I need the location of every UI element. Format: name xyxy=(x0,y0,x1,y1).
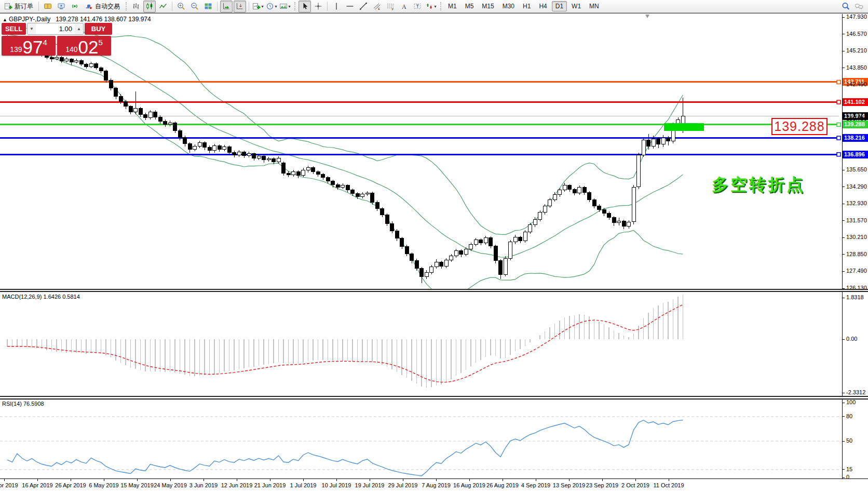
accounts-button[interactable] xyxy=(55,1,67,12)
cursor-icon xyxy=(301,2,309,10)
sell-price-pips: 97 xyxy=(23,38,43,56)
pane-separator-macd[interactable] xyxy=(0,289,868,292)
timeframe-group: M1M5M15M30H1H4D1W1MN xyxy=(444,1,603,11)
toolbar: 新订单 自动交易 ▾ ▾ ▾ E F A T ▾ xyxy=(0,0,868,13)
template-icon xyxy=(279,2,288,10)
group-handle xyxy=(126,2,127,10)
timeframe-h1[interactable]: H1 xyxy=(519,1,534,11)
new-order-button[interactable]: 新订单 xyxy=(2,1,36,12)
chart-shift-button[interactable] xyxy=(234,1,246,12)
trendline-tool-button[interactable] xyxy=(357,1,370,12)
divider xyxy=(249,2,249,11)
candlestick-mode-button[interactable] xyxy=(143,1,156,12)
timeframe-m30[interactable]: M30 xyxy=(499,1,518,11)
cursor-tool-button[interactable] xyxy=(299,1,311,12)
equidistant-channel-icon: E xyxy=(373,2,381,10)
divider xyxy=(217,2,218,11)
turning-point-annotation[interactable]: 多空转折点 xyxy=(712,174,805,196)
timeframe-m15[interactable]: M15 xyxy=(478,1,497,11)
toolbar-right xyxy=(839,0,866,13)
fibonacci-tool-button[interactable]: F xyxy=(384,1,397,12)
zoom-in-icon xyxy=(177,2,185,10)
sell-button[interactable]: SELL xyxy=(2,23,26,35)
timeframe-m1[interactable]: M1 xyxy=(444,1,460,11)
auto-scroll-icon xyxy=(222,2,230,10)
vertical-line-icon xyxy=(332,2,341,10)
sell-price-base: 139 xyxy=(10,45,22,54)
chevron-down-icon: ▾ xyxy=(261,4,263,9)
group-handle xyxy=(440,2,441,10)
zoom-in-button[interactable] xyxy=(175,1,187,12)
volume-input[interactable]: 1.00 xyxy=(36,23,75,34)
label-tool-button[interactable]: T xyxy=(411,1,424,12)
chart-canvas[interactable] xyxy=(0,0,868,492)
chat-button[interactable] xyxy=(853,1,865,12)
sell-price-point: 4 xyxy=(43,38,47,47)
rsi-indicator-label: RSI(14) 76.5908 xyxy=(2,401,44,407)
signal-button[interactable] xyxy=(69,1,81,12)
chart-shift-icon xyxy=(236,2,244,10)
buy-price-pips: 02 xyxy=(78,38,99,56)
bar-chart-icon xyxy=(132,2,140,10)
journal-icon xyxy=(44,2,52,10)
svg-text:A: A xyxy=(402,3,406,10)
volume-increase-button[interactable]: ▲ xyxy=(75,23,83,34)
templates-button[interactable]: ▾ xyxy=(279,1,291,12)
indicators-icon xyxy=(252,2,261,10)
sell-price-box[interactable]: 139974 xyxy=(2,36,56,56)
price-callout-box[interactable]: 139.288 xyxy=(771,118,828,135)
buy-price-point: 5 xyxy=(98,38,102,47)
channel-tool-button[interactable]: E xyxy=(371,1,383,12)
shapes-tool-button[interactable]: ▾ xyxy=(425,1,437,12)
svg-text:E: E xyxy=(378,7,380,10)
timeframe-h4[interactable]: H4 xyxy=(535,1,550,11)
one-click-trading-panel: SELL ▼ 1.00 ▲ BUY 139974 140025 xyxy=(2,23,112,56)
periods-button[interactable]: ▾ xyxy=(265,1,278,12)
chevron-down-icon: ▾ xyxy=(434,4,436,9)
timeframe-m5[interactable]: M5 xyxy=(462,1,478,11)
tile-windows-button[interactable] xyxy=(202,1,214,12)
crosshair-tool-button[interactable] xyxy=(312,1,324,12)
candlestick-icon xyxy=(145,2,154,10)
chat-bubbles-icon xyxy=(855,3,864,11)
autotrade-button[interactable]: 自动交易 xyxy=(82,1,123,12)
bar-chart-mode-button[interactable] xyxy=(130,1,142,12)
zoom-out-button[interactable] xyxy=(188,1,201,12)
timeframe-w1[interactable]: W1 xyxy=(568,1,585,11)
chevron-down-icon: ▾ xyxy=(288,4,290,9)
volume-decrease-button[interactable]: ▼ xyxy=(28,23,36,34)
chart-title: ▲GBPJPY-,Daily139.278 141.476 138.607 13… xyxy=(3,16,151,23)
fibonacci-icon: F xyxy=(386,2,395,10)
macd-indicator-label: MACD(12,26,9) 1.6426 0.5814 xyxy=(2,294,80,300)
divider xyxy=(38,2,39,11)
pane-separator-rsi[interactable] xyxy=(0,396,868,400)
timeframe-d1[interactable]: D1 xyxy=(552,1,567,11)
text-tool-button[interactable]: A xyxy=(398,1,410,12)
line-chart-icon xyxy=(159,2,167,10)
arrows-icon xyxy=(425,2,433,10)
zoom-out-icon xyxy=(191,2,199,10)
tile-windows-icon xyxy=(204,2,212,10)
buy-button[interactable]: BUY xyxy=(85,23,112,35)
horizontal-line-tool-button[interactable] xyxy=(344,1,356,12)
crosshair-icon xyxy=(314,2,322,10)
chart-window-border xyxy=(0,13,868,14)
line-chart-mode-button[interactable] xyxy=(157,1,169,12)
vertical-line-tool-button[interactable] xyxy=(330,1,343,12)
search-button[interactable] xyxy=(839,1,852,12)
indicators-button[interactable]: ▾ xyxy=(252,1,264,12)
accounts-icon xyxy=(57,2,65,10)
auto-scroll-button[interactable] xyxy=(220,1,233,12)
collapse-triangle-icon[interactable]: ▲ xyxy=(3,17,7,22)
journal-button[interactable] xyxy=(42,1,54,12)
group-handle xyxy=(294,2,295,10)
chevron-down-icon: ▾ xyxy=(275,4,277,9)
buy-price-base: 140 xyxy=(65,45,77,54)
svg-text:T: T xyxy=(416,4,419,9)
clock-icon xyxy=(266,2,274,10)
divider xyxy=(327,2,328,11)
timeframe-mn[interactable]: MN xyxy=(586,1,603,11)
new-order-label: 新订单 xyxy=(15,2,33,11)
buy-price-box[interactable]: 140025 xyxy=(57,36,111,56)
trendline-icon xyxy=(359,2,368,10)
